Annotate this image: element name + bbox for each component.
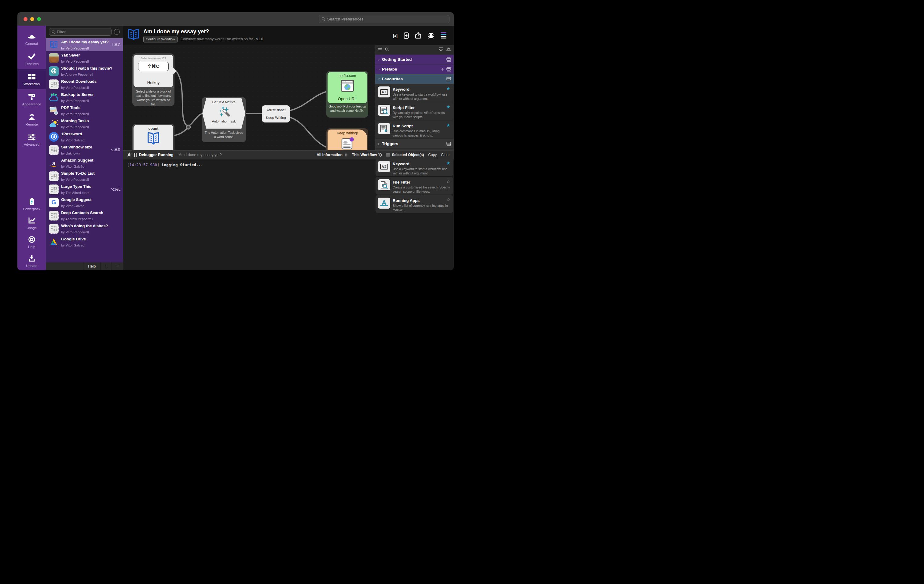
wire-junction-dot[interactable] (186, 125, 190, 129)
clear-button[interactable]: Clear (441, 153, 450, 157)
book-icon (134, 132, 173, 145)
workflow-row[interactable]: PDF Toolsby Vero Pepperrell (46, 104, 123, 117)
automation-task-node-group[interactable]: Get Text Metrics Automation Task The Aut… (202, 97, 246, 142)
workflow-filter-field[interactable] (49, 28, 112, 36)
open-url-node[interactable]: netflix.com Open URL (328, 72, 367, 103)
workflow-row[interactable]: Recent Downloadsby Vero Pepperrell (46, 77, 123, 91)
post-notification-node-group[interactable]: Keep writing! Post Notification Get a wo… (326, 128, 368, 150)
favourite-star-icon[interactable]: ★ (446, 122, 450, 128)
node-note: Good job! Put your feet up and watch som… (328, 104, 366, 113)
variables-icon[interactable]: [x] (393, 32, 398, 39)
hotkey-node-group[interactable]: Selection in macOS ⇧⌘C Hotkey Select a f… (132, 53, 175, 106)
close-window-button[interactable] (23, 17, 28, 21)
collapse-all-icon[interactable] (439, 47, 443, 53)
panel-icon[interactable] (446, 77, 451, 81)
palette-section-prefabs[interactable]: › Prefabs + (375, 64, 454, 74)
palette-section-favourites[interactable]: › Favourites (375, 74, 454, 84)
workflow-row[interactable]: Large Type Thisby The Alfred team ⌥⌘L (46, 183, 123, 196)
palette-item-run-script[interactable]: Run ScriptRun commands in macOS, using v… (376, 121, 453, 138)
workflow-canvas[interactable]: Selection in macOS ⇧⌘C Hotkey Select a f… (123, 45, 375, 150)
sidebar-item-advanced[interactable]: Advanced (17, 130, 46, 150)
sidebar-item-appearance[interactable]: Appearance (17, 89, 46, 109)
menu-icon[interactable] (378, 47, 382, 53)
favourite-star-icon[interactable]: ★ (446, 86, 450, 91)
chevron-down-icon: › (377, 152, 381, 155)
hotkey-node[interactable]: Selection in macOS ⇧⌘C Hotkey (134, 55, 173, 87)
bowler-hat-icon (28, 32, 36, 40)
debugger-bug-icon[interactable] (427, 32, 434, 39)
sidebar-item-general[interactable]: General (17, 29, 46, 49)
usage-chart-icon (28, 217, 35, 224)
conditional-node[interactable]: You're done! Keep Writing (262, 105, 290, 122)
help-button[interactable]: Help (83, 262, 100, 270)
workflow-row[interactable]: Backup to Serverby Vero Pepperrell (46, 91, 123, 104)
minimize-window-button[interactable] (30, 17, 34, 21)
keyword-node-group[interactable]: count Keyword Use the keyword "count" an… (132, 124, 175, 150)
sidebar-item-label: Advanced (24, 143, 40, 146)
workflow-row[interactable]: 1Passwordby Vítor Galvão (46, 130, 123, 143)
workflow-row[interactable]: Set Window sizeby Unknown ⌥⌘R (46, 143, 123, 156)
search-preferences-input[interactable] (327, 17, 447, 21)
automation-task-node[interactable]: Get Text Metrics Automation Task (202, 98, 245, 128)
search-preferences-field[interactable] (319, 15, 449, 23)
sidebar-item-update[interactable]: Update (17, 252, 46, 270)
remove-workflow-button[interactable]: − (112, 262, 123, 270)
post-notification-node[interactable]: Keep writing! Post Notification (328, 130, 367, 150)
workflow-row[interactable]: a Amazon Suggestby Vítor Galvão (46, 156, 123, 169)
share-icon[interactable] (415, 32, 421, 39)
palette-item-script-filter[interactable]: Script FilterDynamically populate Alfred… (376, 102, 453, 120)
selected-objects-checkbox[interactable] (386, 153, 390, 157)
workflow-row[interactable]: Simple To-Do Listby Vero Pepperrell (46, 169, 123, 183)
panel-icon[interactable] (446, 58, 451, 62)
workflow-row[interactable]: Should I watch this movie?by Andrew Pepp… (46, 64, 123, 77)
favourite-star-icon[interactable]: ★ (446, 104, 450, 110)
sidebar-item-remote[interactable]: Remote (17, 109, 46, 130)
panel-icon[interactable] (446, 67, 451, 71)
palette-item-file-filter[interactable]: File FilterCreate a customised file sear… (376, 177, 453, 194)
copy-button[interactable]: Copy (428, 153, 437, 157)
workflow-row[interactable]: Who's doing the dishes?by Vero Pepperrel… (46, 222, 123, 235)
expand-all-icon[interactable] (446, 47, 451, 53)
configure-workflow-button[interactable]: Configure Workflow (143, 36, 178, 42)
favourite-star-icon[interactable]: ★ (446, 160, 450, 166)
log-scope-dropdown[interactable]: This Workflow (352, 153, 377, 157)
sidebar-item-powerpack[interactable]: Powerpack (17, 194, 46, 214)
palette-toggle-icon[interactable] (441, 32, 446, 39)
condition-option-keep-writing[interactable]: Keep Writing (262, 116, 290, 119)
workflow-row[interactable]: Deep Contacts Searchby Andrew Pepperrell (46, 209, 123, 222)
log-level-dropdown[interactable]: All Information (317, 153, 343, 157)
favourite-star-outline-icon[interactable]: ☆ (446, 197, 450, 202)
workflow-row-selected[interactable]: Am I done my essay yet?by Vero Pepperrel… (46, 38, 123, 51)
palette-item-keyword[interactable]: A⌶ KeywordUse a keyword to start a workf… (376, 158, 453, 176)
add-workflow-button[interactable]: + (100, 262, 112, 270)
panel-icon[interactable] (446, 142, 451, 146)
sidebar-item-help[interactable]: Help (17, 232, 46, 252)
palette-section-getting-started[interactable]: › Getting Started (375, 55, 454, 64)
condition-option-done[interactable]: You're done! (262, 108, 290, 112)
hotkey-keys[interactable]: ⇧⌘C (138, 62, 169, 71)
search-icon[interactable] (385, 47, 389, 53)
sidebar-item-usage[interactable]: Usage (17, 214, 46, 232)
zoom-window-button[interactable] (37, 17, 41, 21)
sidebar-item-features[interactable]: Features (17, 49, 46, 69)
keyword-node[interactable]: count Keyword (134, 125, 173, 150)
workflow-row[interactable]: Morning Tasksby Vero Pepperrell (46, 117, 123, 130)
workflow-row[interactable]: G Google Suggestby Vítor Galvão (46, 196, 123, 209)
chevron-updown-icon[interactable] (345, 153, 347, 157)
open-url-node-group[interactable]: netflix.com Open URL Good job! Put your … (326, 71, 368, 118)
list-options-button[interactable]: ⋯ (114, 29, 120, 35)
alfred-preferences-window: General Features Workflows Appearance Re… (17, 12, 454, 270)
sidebar-item-workflows[interactable]: Workflows (17, 69, 46, 89)
palette-toolbar (375, 45, 454, 54)
palette-section-triggers[interactable]: › Triggers (375, 139, 454, 148)
palette-item-keyword[interactable]: A⌶ KeywordUse a keyword to start a workf… (376, 84, 453, 102)
pause-icon[interactable] (134, 153, 137, 157)
workflow-filter-input[interactable] (57, 30, 109, 34)
add-object-icon[interactable] (404, 32, 409, 39)
favourite-star-outline-icon[interactable]: ☆ (446, 179, 450, 184)
photos-magnifier-icon (49, 106, 59, 115)
add-prefab-icon[interactable]: + (441, 67, 444, 72)
workflow-row[interactable]: Yak Saverby Vero Pepperrell (46, 51, 123, 64)
workflow-row[interactable]: Google Driveby Vítor Galvão (46, 235, 123, 248)
palette-item-running-apps[interactable]: Running AppsShow a list of currently run… (376, 195, 453, 213)
